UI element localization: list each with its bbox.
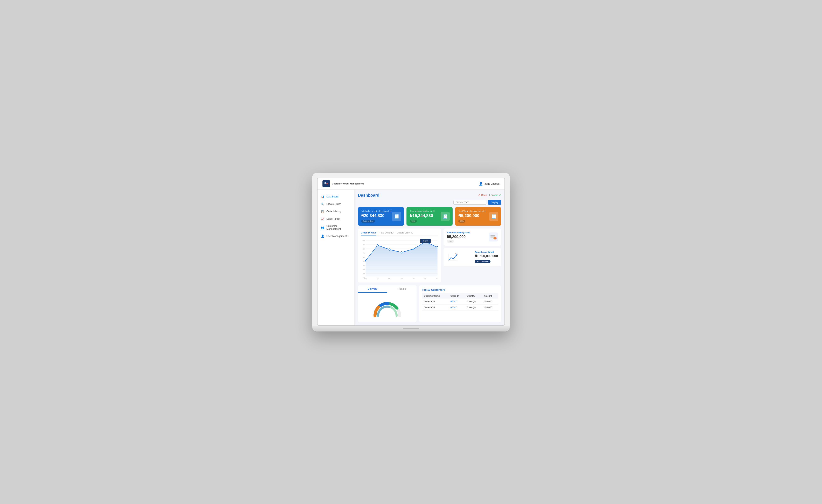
- laptop-wrapper: Customer Order Management 👤 Jane Jacobs …: [312, 173, 510, 332]
- laptop-screen: Customer Order Management 👤 Jane Jacobs …: [317, 178, 505, 326]
- card-icon-unpaid: 🧾: [489, 212, 498, 221]
- customer-mgmt-icon: 👥: [321, 226, 324, 229]
- bottom-row: Delivery Pick up: [358, 285, 501, 322]
- svg-text:2M: 2M: [363, 273, 365, 274]
- svg-text:9M: 9M: [363, 244, 365, 245]
- summary-card-total: Total value of order ID generated ₦20,34…: [358, 207, 404, 225]
- logo-icon: [323, 180, 330, 187]
- middle-row: Order ID Value Paid Order ID Unpaid Orde…: [358, 228, 501, 283]
- table-row: James Obi 87347 6 item(s) 450,000: [422, 304, 498, 310]
- tab-pickup[interactable]: Pick up: [387, 285, 417, 293]
- svg-point-29: [401, 251, 402, 253]
- card-icon-total: 🧾: [392, 212, 401, 221]
- svg-rect-43: [490, 235, 495, 236]
- sales-info: Annual sales target ₦1,500,000,000 ₦300,…: [475, 251, 498, 263]
- sidebar-label-customer-mgmt: Customer Management: [326, 224, 351, 230]
- back-circle-icon: ⊙: [478, 194, 480, 196]
- svg-point-27: [377, 244, 378, 246]
- sidebar-item-sales-target[interactable]: 📈 Sales Target: [318, 215, 354, 222]
- svg-text:FRI: FRI: [413, 278, 414, 279]
- credit-card: Total outstanding credit ₦5,200,000 25%: [444, 228, 501, 245]
- date-row: Display: [358, 200, 501, 205]
- svg-point-26: [365, 260, 366, 262]
- table-header-row: Customer Name Order ID Quantity Amount: [422, 294, 498, 299]
- laptop-notch: [403, 328, 419, 330]
- chart-card: Order ID Value Paid Order ID Unpaid Orde…: [358, 228, 441, 283]
- sidebar-item-create-order[interactable]: 🔍 Create Order: [318, 200, 354, 208]
- app-header: Customer Order Management 👤 Jane Jacobs: [318, 178, 504, 189]
- order-id[interactable]: 87347: [448, 299, 465, 305]
- quantity: 6 item(s): [465, 304, 482, 310]
- sidebar-item-user-management[interactable]: 👤 User Management ▾: [318, 232, 354, 240]
- forward-circle-icon: ⊙: [499, 194, 501, 196]
- svg-text:5M: 5M: [363, 260, 365, 262]
- chart-tabs: Order ID Value Paid Order ID Unpaid Orde…: [361, 231, 438, 236]
- user-mgmt-icon: 👤: [321, 234, 324, 238]
- svg-text:4M: 4M: [363, 265, 365, 266]
- sidebar-label-sales-target: Sales Target: [326, 217, 340, 220]
- svg-text:SAT: SAT: [424, 278, 426, 279]
- svg-rect-2: [326, 183, 328, 184]
- user-icon: 👤: [479, 182, 483, 186]
- svg-text:MON: MON: [364, 278, 367, 279]
- order-history-icon: 📋: [321, 210, 324, 213]
- sidebar-label-user-mgmt: User Management ▾: [326, 235, 349, 237]
- tab-order-id-value[interactable]: Order ID Value: [361, 231, 376, 236]
- svg-text:THU: THU: [401, 278, 403, 279]
- laptop-base: [312, 326, 510, 332]
- create-order-icon: 🔍: [321, 202, 324, 206]
- forward-button[interactable]: Forward ⊙: [489, 194, 501, 196]
- date-input[interactable]: [453, 200, 486, 205]
- app-body: 📊 Dashboard 🔍 Create Order 📋 Order Histo…: [318, 189, 504, 325]
- sidebar-item-order-history[interactable]: 📋 Order History: [318, 208, 354, 215]
- sidebar-label-dashboard: Dashboard: [326, 195, 339, 198]
- col-quantity: Quantity: [465, 294, 482, 299]
- credit-label: Total outstanding credit: [447, 231, 470, 234]
- col-amount: Amount: [482, 294, 498, 299]
- table-row: James Obi 87347 6 item(s) 450,000: [422, 299, 498, 305]
- sidebar-item-dashboard[interactable]: 📊 Dashboard: [318, 193, 354, 200]
- svg-rect-4: [325, 183, 326, 183]
- svg-rect-3: [325, 183, 326, 183]
- svg-text:7M: 7M: [363, 252, 365, 254]
- nav-buttons: ⊙ Back Forward ⊙: [478, 194, 501, 196]
- delivery-tabs: Delivery Pick up: [358, 285, 417, 293]
- svg-text:TUE: TUE: [377, 278, 379, 279]
- sidebar: 📊 Dashboard 🔍 Create Order 📋 Order Histo…: [318, 189, 355, 325]
- customer-name: James Obi: [422, 304, 448, 310]
- order-id[interactable]: 87347: [448, 304, 465, 310]
- delivery-arc-svg: [371, 297, 404, 318]
- sidebar-item-customer-management[interactable]: 👥 Customer Management: [318, 222, 354, 232]
- customers-table: Customer Name Order ID Quantity Amount J…: [422, 294, 498, 311]
- app-logo: Customer Order Management: [323, 180, 364, 187]
- display-button[interactable]: Display: [488, 200, 501, 205]
- sales-chart-icon: ★ ✦ ✦: [447, 251, 459, 263]
- delivery-card: Delivery Pick up: [358, 285, 417, 322]
- svg-text:₦9,100,00: ₦9,100,00: [423, 239, 428, 242]
- tab-delivery[interactable]: Delivery: [358, 285, 387, 293]
- svg-point-32: [437, 246, 438, 248]
- customers-card: Top 10 Customers Customer Name Order ID …: [419, 285, 501, 322]
- sales-target-icon: 📈: [321, 217, 324, 220]
- svg-text:6M: 6M: [363, 256, 365, 258]
- page-title: Dashboard: [358, 193, 379, 198]
- col-order-id: Order ID: [448, 294, 465, 299]
- amount: 450,000: [482, 304, 498, 310]
- col-customer-name: Customer Name: [422, 294, 448, 299]
- credit-badge: 25%: [447, 240, 454, 243]
- svg-text:SUN: SUN: [436, 278, 438, 279]
- back-button[interactable]: ⊙ Back: [478, 194, 487, 196]
- tab-unpaid-order-id[interactable]: Unpaid Order ID: [397, 231, 413, 235]
- tab-paid-order-id[interactable]: Paid Order ID: [380, 231, 394, 235]
- credit-value: ₦5,200,000: [447, 234, 470, 239]
- sales-badge: ₦300,000,000: [475, 260, 490, 263]
- svg-text:3M: 3M: [363, 269, 365, 270]
- user-name: Jane Jacobs: [484, 182, 499, 185]
- customers-title: Top 10 Customers: [422, 288, 498, 291]
- main-content: Dashboard ⊙ Back Forward ⊙: [355, 189, 504, 325]
- logo-text: Customer Order Management: [332, 182, 364, 185]
- amount: 450,000: [482, 299, 498, 305]
- credit-info: Total outstanding credit ₦5,200,000 25%: [447, 231, 470, 243]
- customer-name: James Obi: [422, 299, 448, 305]
- credit-icon: [489, 232, 498, 241]
